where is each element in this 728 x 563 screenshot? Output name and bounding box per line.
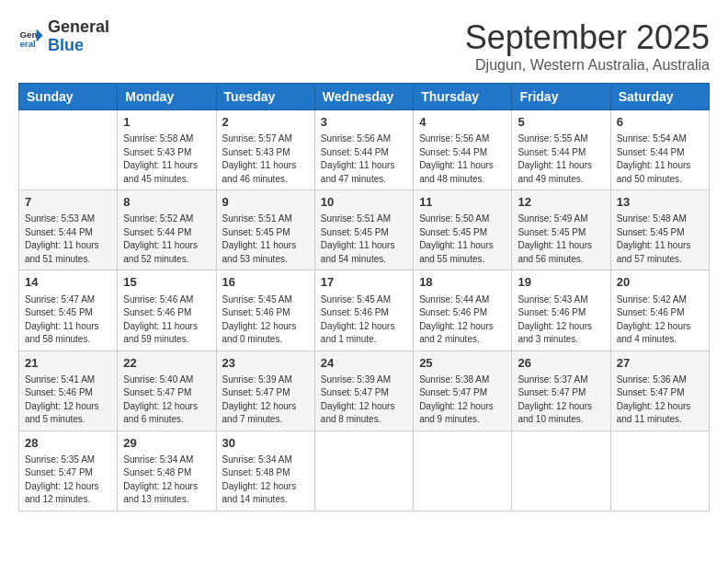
calendar-cell: 24Sunrise: 5:39 AM Sunset: 5:47 PM Dayli… — [314, 350, 413, 431]
calendar-cell: 26Sunrise: 5:37 AM Sunset: 5:47 PM Dayli… — [512, 350, 610, 431]
weekday-header-row: SundayMondayTuesdayWednesdayThursdayFrid… — [19, 84, 710, 110]
calendar-cell: 27Sunrise: 5:36 AM Sunset: 5:47 PM Dayli… — [610, 350, 709, 431]
svg-text:eral: eral — [19, 39, 36, 49]
day-info: Sunrise: 5:51 AM Sunset: 5:45 PM Dayligh… — [222, 213, 309, 266]
weekday-header-sunday: Sunday — [19, 84, 118, 110]
day-number: 12 — [518, 194, 604, 211]
day-number: 25 — [419, 355, 506, 372]
calendar-cell: 8Sunrise: 5:52 AM Sunset: 5:44 PM Daylig… — [118, 190, 216, 270]
weekday-header-saturday: Saturday — [610, 84, 709, 110]
calendar-table: SundayMondayTuesdayWednesdayThursdayFrid… — [18, 83, 710, 511]
day-number: 27 — [617, 355, 703, 372]
page-header: Gen eral General Blue September 2025 Dju… — [18, 18, 710, 74]
calendar-cell: 21Sunrise: 5:41 AM Sunset: 5:46 PM Dayli… — [19, 350, 118, 431]
calendar-cell: 20Sunrise: 5:42 AM Sunset: 5:46 PM Dayli… — [610, 270, 709, 350]
day-info: Sunrise: 5:46 AM Sunset: 5:46 PM Dayligh… — [123, 293, 210, 347]
day-number: 4 — [419, 114, 506, 131]
calendar-cell: 3Sunrise: 5:56 AM Sunset: 5:44 PM Daylig… — [314, 110, 413, 190]
day-number: 9 — [222, 194, 309, 211]
calendar-cell — [314, 431, 413, 511]
day-number: 21 — [25, 355, 111, 372]
calendar-cell: 5Sunrise: 5:55 AM Sunset: 5:44 PM Daylig… — [512, 110, 610, 190]
day-number: 18 — [419, 274, 506, 291]
day-number: 23 — [222, 355, 309, 372]
day-number: 29 — [123, 435, 210, 452]
day-number: 5 — [518, 114, 604, 131]
day-number: 28 — [25, 435, 111, 452]
day-info: Sunrise: 5:34 AM Sunset: 5:48 PM Dayligh… — [123, 454, 210, 507]
day-info: Sunrise: 5:45 AM Sunset: 5:46 PM Dayligh… — [321, 293, 407, 347]
logo: Gen eral General Blue — [18, 18, 109, 55]
day-number: 3 — [321, 114, 407, 131]
day-info: Sunrise: 5:38 AM Sunset: 5:47 PM Dayligh… — [419, 373, 506, 427]
day-info: Sunrise: 5:37 AM Sunset: 5:47 PM Dayligh… — [518, 373, 604, 427]
day-number: 24 — [321, 355, 407, 372]
day-number: 15 — [123, 274, 210, 291]
calendar-cell: 17Sunrise: 5:45 AM Sunset: 5:46 PM Dayli… — [314, 270, 413, 350]
day-info: Sunrise: 5:56 AM Sunset: 5:44 PM Dayligh… — [419, 132, 506, 186]
weekday-header-monday: Monday — [118, 84, 216, 110]
calendar-cell: 16Sunrise: 5:45 AM Sunset: 5:46 PM Dayli… — [216, 270, 314, 350]
location: Djugun, Western Australia, Australia — [465, 57, 710, 74]
day-info: Sunrise: 5:58 AM Sunset: 5:43 PM Dayligh… — [123, 132, 210, 186]
day-number: 7 — [25, 194, 111, 211]
week-row-5: 28Sunrise: 5:35 AM Sunset: 5:47 PM Dayli… — [19, 431, 710, 511]
calendar-cell: 25Sunrise: 5:38 AM Sunset: 5:47 PM Dayli… — [414, 350, 512, 431]
calendar-cell: 22Sunrise: 5:40 AM Sunset: 5:47 PM Dayli… — [118, 350, 216, 431]
calendar-cell: 6Sunrise: 5:54 AM Sunset: 5:44 PM Daylig… — [610, 110, 709, 190]
week-row-3: 14Sunrise: 5:47 AM Sunset: 5:45 PM Dayli… — [19, 270, 710, 350]
logo-text-general: General Blue — [48, 18, 109, 55]
day-number: 6 — [617, 114, 703, 131]
calendar-cell: 19Sunrise: 5:43 AM Sunset: 5:46 PM Dayli… — [512, 270, 610, 350]
day-number: 19 — [518, 274, 604, 291]
calendar-cell: 23Sunrise: 5:39 AM Sunset: 5:47 PM Dayli… — [216, 350, 314, 431]
calendar-cell: 7Sunrise: 5:53 AM Sunset: 5:44 PM Daylig… — [19, 190, 118, 270]
calendar-cell: 28Sunrise: 5:35 AM Sunset: 5:47 PM Dayli… — [19, 431, 118, 511]
day-info: Sunrise: 5:57 AM Sunset: 5:43 PM Dayligh… — [222, 132, 309, 186]
day-info: Sunrise: 5:41 AM Sunset: 5:46 PM Dayligh… — [25, 373, 111, 427]
day-info: Sunrise: 5:34 AM Sunset: 5:48 PM Dayligh… — [222, 454, 309, 507]
day-info: Sunrise: 5:36 AM Sunset: 5:47 PM Dayligh… — [617, 373, 703, 427]
day-info: Sunrise: 5:40 AM Sunset: 5:47 PM Dayligh… — [123, 373, 210, 427]
day-number: 2 — [222, 114, 309, 131]
day-number: 13 — [617, 194, 703, 211]
day-number: 17 — [321, 274, 407, 291]
day-info: Sunrise: 5:35 AM Sunset: 5:47 PM Dayligh… — [25, 454, 111, 507]
day-info: Sunrise: 5:44 AM Sunset: 5:46 PM Dayligh… — [419, 293, 506, 347]
calendar-cell: 2Sunrise: 5:57 AM Sunset: 5:43 PM Daylig… — [216, 110, 314, 190]
calendar-cell: 14Sunrise: 5:47 AM Sunset: 5:45 PM Dayli… — [19, 270, 118, 350]
calendar-cell: 30Sunrise: 5:34 AM Sunset: 5:48 PM Dayli… — [216, 431, 314, 511]
week-row-1: 1Sunrise: 5:58 AM Sunset: 5:43 PM Daylig… — [19, 110, 710, 190]
day-info: Sunrise: 5:49 AM Sunset: 5:45 PM Dayligh… — [518, 213, 604, 266]
day-info: Sunrise: 5:55 AM Sunset: 5:44 PM Dayligh… — [518, 132, 604, 186]
logo-icon: Gen eral — [18, 24, 44, 50]
week-row-2: 7Sunrise: 5:53 AM Sunset: 5:44 PM Daylig… — [19, 190, 710, 270]
day-info: Sunrise: 5:47 AM Sunset: 5:45 PM Dayligh… — [25, 293, 111, 347]
day-number: 30 — [222, 435, 309, 452]
calendar-cell: 29Sunrise: 5:34 AM Sunset: 5:48 PM Dayli… — [118, 431, 216, 511]
svg-marker-2 — [37, 29, 43, 41]
day-info: Sunrise: 5:52 AM Sunset: 5:44 PM Dayligh… — [123, 213, 210, 266]
day-info: Sunrise: 5:45 AM Sunset: 5:46 PM Dayligh… — [222, 293, 309, 347]
day-info: Sunrise: 5:51 AM Sunset: 5:45 PM Dayligh… — [321, 213, 407, 266]
day-number: 8 — [123, 194, 210, 211]
calendar-cell — [414, 431, 512, 511]
day-number: 10 — [321, 194, 407, 211]
day-number: 14 — [25, 274, 111, 291]
day-info: Sunrise: 5:39 AM Sunset: 5:47 PM Dayligh… — [321, 373, 407, 427]
day-number: 11 — [419, 194, 506, 211]
day-number: 20 — [617, 274, 703, 291]
calendar-cell: 11Sunrise: 5:50 AM Sunset: 5:45 PM Dayli… — [414, 190, 512, 270]
title-block: September 2025 Djugun, Western Australia… — [465, 18, 710, 74]
day-info: Sunrise: 5:42 AM Sunset: 5:46 PM Dayligh… — [617, 293, 703, 347]
month-title: September 2025 — [465, 18, 710, 57]
day-info: Sunrise: 5:56 AM Sunset: 5:44 PM Dayligh… — [321, 132, 407, 186]
calendar-cell: 12Sunrise: 5:49 AM Sunset: 5:45 PM Dayli… — [512, 190, 610, 270]
day-number: 26 — [518, 355, 604, 372]
day-number: 16 — [222, 274, 309, 291]
weekday-header-tuesday: Tuesday — [216, 84, 314, 110]
calendar-cell: 9Sunrise: 5:51 AM Sunset: 5:45 PM Daylig… — [216, 190, 314, 270]
day-info: Sunrise: 5:43 AM Sunset: 5:46 PM Dayligh… — [518, 293, 604, 347]
calendar-cell: 18Sunrise: 5:44 AM Sunset: 5:46 PM Dayli… — [414, 270, 512, 350]
calendar-cell: 1Sunrise: 5:58 AM Sunset: 5:43 PM Daylig… — [118, 110, 216, 190]
